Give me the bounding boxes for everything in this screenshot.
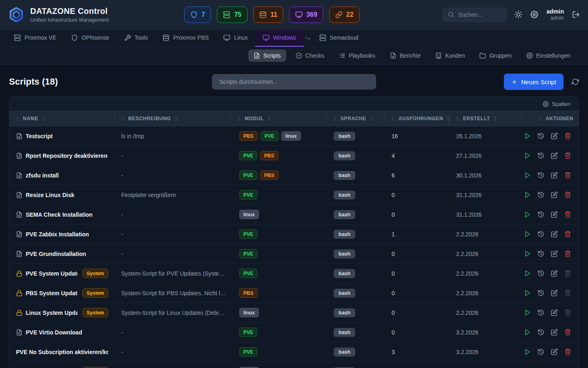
run-script-button[interactable] bbox=[524, 132, 531, 139]
drag-handle-icon[interactable] bbox=[390, 116, 396, 121]
delete-script-button[interactable] bbox=[564, 250, 571, 257]
run-script-button[interactable] bbox=[524, 172, 531, 179]
scripts-search[interactable] bbox=[212, 74, 376, 90]
nav-tab-proxmox-ve[interactable]: Proxmox VE bbox=[7, 29, 64, 47]
script-name-cell[interactable]: Testscript bbox=[9, 126, 115, 146]
edit-script-button[interactable] bbox=[551, 211, 558, 218]
columns-button[interactable]: Spalten bbox=[540, 101, 573, 108]
nav-tab-opnsense[interactable]: OPNsense bbox=[64, 29, 117, 47]
history-button[interactable] bbox=[537, 250, 544, 257]
delete-script-button[interactable] bbox=[564, 152, 571, 159]
run-script-button[interactable] bbox=[524, 329, 531, 336]
script-name-cell[interactable]: Linux System UpdateSystem bbox=[9, 303, 115, 322]
sort-icon[interactable] bbox=[41, 116, 47, 121]
script-name-cell[interactable]: PVE Zabbix Installation bbox=[9, 224, 115, 244]
script-name-cell[interactable]: PVE System UpdateSystem bbox=[9, 264, 115, 283]
delete-script-button[interactable] bbox=[564, 329, 571, 336]
script-name-cell[interactable]: Rport Repository deaktivieren bbox=[9, 146, 115, 165]
subnav-tab-scripts[interactable]: Scripts bbox=[248, 49, 286, 62]
user-menu[interactable]: admin admin bbox=[546, 8, 564, 21]
run-script-button[interactable] bbox=[524, 250, 531, 257]
column-header-name[interactable]: NAME bbox=[9, 111, 115, 126]
run-script-button[interactable] bbox=[524, 348, 531, 355]
script-name-cell[interactable]: PVE Virtio Download bbox=[9, 323, 115, 342]
history-button[interactable] bbox=[537, 191, 544, 198]
drag-handle-icon[interactable] bbox=[538, 116, 543, 121]
refresh-button[interactable] bbox=[572, 78, 579, 85]
sort-icon[interactable] bbox=[174, 116, 179, 121]
script-name-cell[interactable]: RustDesk installierenSystem bbox=[9, 362, 115, 368]
history-button[interactable] bbox=[537, 348, 544, 355]
history-button[interactable] bbox=[537, 211, 544, 218]
subnav-tab-berichte[interactable]: Berichte bbox=[385, 49, 426, 62]
logout-button[interactable] bbox=[572, 11, 580, 18]
script-name-cell[interactable]: PVE Grundinstallation bbox=[9, 244, 115, 263]
drag-handle-icon[interactable] bbox=[120, 116, 125, 121]
history-button[interactable] bbox=[537, 152, 544, 159]
drag-handle-icon[interactable] bbox=[236, 116, 242, 121]
delete-script-button[interactable] bbox=[564, 172, 571, 179]
edit-script-button[interactable] bbox=[551, 191, 558, 198]
history-button[interactable] bbox=[537, 172, 544, 179]
theme-toggle-button[interactable] bbox=[514, 11, 522, 18]
nav-tab-semacloud[interactable]: Semacloud bbox=[312, 29, 366, 47]
delete-script-button[interactable] bbox=[564, 231, 571, 238]
nav-tab-windows[interactable]: Windows bbox=[255, 29, 304, 47]
global-search[interactable] bbox=[443, 8, 506, 22]
scripts-search-input[interactable] bbox=[218, 78, 370, 85]
subnav-tab-playbooks[interactable]: Playbooks bbox=[334, 49, 381, 62]
run-script-button[interactable] bbox=[524, 270, 531, 277]
subnav-tab-einstellungen[interactable]: Einstellungen bbox=[521, 49, 576, 62]
history-button[interactable] bbox=[537, 289, 544, 296]
delete-script-button[interactable] bbox=[564, 132, 571, 139]
nav-tab-proxmox-pbs[interactable]: Proxmox PBS bbox=[155, 29, 216, 47]
stat-badge[interactable]: 369 bbox=[289, 7, 323, 23]
column-header-sprache[interactable]: SPRACHE bbox=[327, 111, 385, 126]
drag-handle-icon[interactable] bbox=[455, 116, 460, 121]
subnav-tab-kunden[interactable]: Kunden bbox=[430, 49, 470, 62]
global-search-input[interactable] bbox=[457, 11, 501, 18]
delete-script-button[interactable] bbox=[564, 348, 571, 355]
run-script-button[interactable] bbox=[524, 152, 531, 159]
edit-script-button[interactable] bbox=[551, 172, 558, 179]
column-header-beschreibung[interactable]: BESCHREIBUNG bbox=[115, 111, 231, 126]
stat-badge[interactable]: 75 bbox=[217, 7, 247, 23]
edit-script-button[interactable] bbox=[551, 289, 558, 296]
history-button[interactable] bbox=[537, 270, 544, 277]
edit-script-button[interactable] bbox=[551, 250, 558, 257]
run-script-button[interactable] bbox=[524, 289, 531, 296]
nav-tab-linux[interactable]: Linux bbox=[216, 29, 255, 47]
edit-script-button[interactable] bbox=[551, 152, 558, 159]
script-name-cell[interactable]: Resize Linux Disk bbox=[9, 185, 115, 204]
script-name-cell[interactable]: PVE No Subscription aktivieren/konfiguri… bbox=[9, 342, 115, 361]
edit-script-button[interactable] bbox=[551, 329, 558, 336]
sort-icon[interactable] bbox=[369, 116, 374, 121]
history-button[interactable] bbox=[537, 329, 544, 336]
edit-script-button[interactable] bbox=[551, 231, 558, 238]
stat-badge[interactable]: 22 bbox=[329, 7, 360, 23]
column-header-modul[interactable]: MODUL bbox=[231, 111, 327, 126]
column-header-aktionen[interactable]: AKTIONEN bbox=[521, 111, 579, 126]
stat-badge[interactable]: 11 bbox=[253, 7, 283, 23]
history-button[interactable] bbox=[537, 309, 544, 316]
edit-script-button[interactable] bbox=[551, 270, 558, 277]
delete-script-button[interactable] bbox=[564, 191, 571, 198]
run-script-button[interactable] bbox=[524, 211, 531, 218]
new-script-button[interactable]: Neues Script bbox=[504, 74, 564, 90]
column-header-ausf-hrungen[interactable]: AUSFÜHRUNGEN bbox=[385, 111, 450, 126]
run-script-button[interactable] bbox=[524, 309, 531, 316]
history-button[interactable] bbox=[537, 231, 544, 238]
delete-script-button[interactable] bbox=[564, 211, 571, 218]
drag-handle-icon[interactable] bbox=[15, 116, 20, 121]
run-script-button[interactable] bbox=[524, 231, 531, 238]
subnav-tab-checks[interactable]: Checks bbox=[290, 49, 330, 62]
sort-icon[interactable] bbox=[267, 116, 272, 121]
history-button[interactable] bbox=[537, 132, 544, 139]
subnav-tab-gruppen[interactable]: Gruppen bbox=[474, 49, 517, 62]
stat-badge[interactable]: 7 bbox=[184, 7, 211, 23]
script-name-cell[interactable]: SEMA Check Installation bbox=[9, 205, 115, 224]
edit-script-button[interactable] bbox=[551, 348, 558, 355]
script-name-cell[interactable]: zfsdu install bbox=[9, 166, 115, 185]
column-header-erstellt[interactable]: ERSTELLT bbox=[450, 111, 521, 126]
script-name-cell[interactable]: PBS System UpdateSystem bbox=[9, 283, 115, 303]
